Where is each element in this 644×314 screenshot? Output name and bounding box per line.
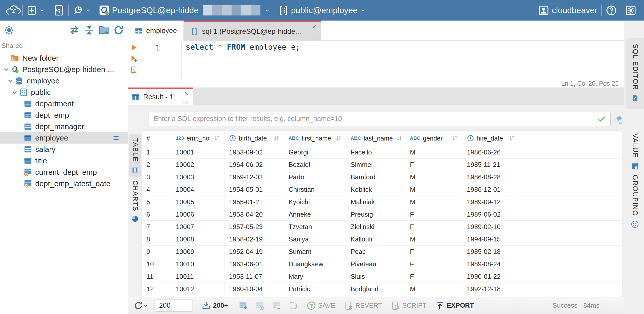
tab-menu-dots-icon[interactable]: … bbox=[182, 98, 189, 104]
duplicate-row-icon[interactable] bbox=[255, 301, 264, 310]
settings-button[interactable] bbox=[621, 0, 640, 21]
data-cell[interactable]: 1953-09-02 bbox=[224, 146, 284, 158]
chevron-down-icon[interactable] bbox=[10, 89, 19, 96]
data-cell[interactable]: 10008 bbox=[171, 233, 224, 245]
tree-item-dept_emp[interactable]: dept_emp bbox=[0, 109, 128, 121]
data-cell[interactable]: Maliniak bbox=[346, 196, 405, 208]
data-cell[interactable]: 1985-02-18 bbox=[462, 246, 519, 258]
navigator-settings-gear-icon[interactable] bbox=[4, 25, 15, 36]
column-header-first_name[interactable]: ABCfirst_name bbox=[284, 131, 346, 146]
row-number-cell[interactable]: 8 bbox=[142, 233, 171, 245]
column-header-emp_no[interactable]: 123emp_no bbox=[171, 131, 224, 146]
sync-connection-icon[interactable] bbox=[69, 25, 80, 36]
data-cell[interactable]: Preusig bbox=[346, 208, 405, 220]
data-cell[interactable]: F bbox=[405, 208, 462, 220]
presentation-tab-table[interactable]: TABLE bbox=[129, 134, 141, 177]
data-cell[interactable]: 10011 bbox=[171, 270, 224, 283]
data-cell[interactable]: 1964-06-02 bbox=[224, 159, 284, 171]
data-cell[interactable]: Chirstian bbox=[284, 183, 346, 196]
tree-item-dept_emp_latest_date[interactable]: dept_emp_latest_date bbox=[0, 178, 128, 189]
user-menu[interactable]: cloudbeaver bbox=[534, 0, 601, 21]
filter-input[interactable] bbox=[148, 112, 592, 126]
data-cell[interactable]: 1986-08-28 bbox=[462, 171, 519, 183]
data-cell[interactable]: 1994-09-15 bbox=[462, 233, 519, 245]
data-cell[interactable]: 10004 bbox=[171, 183, 224, 196]
row-limit-input[interactable] bbox=[155, 300, 193, 311]
chevron-down-icon[interactable] bbox=[143, 303, 148, 308]
clear-filter-eraser-icon[interactable] bbox=[613, 114, 623, 125]
data-cell[interactable]: Tzvetan bbox=[284, 221, 346, 233]
data-cell[interactable]: Simmel bbox=[346, 159, 405, 171]
tab-menu-dots-icon[interactable]: … bbox=[310, 33, 316, 40]
data-cell[interactable]: 1989-02-10 bbox=[462, 221, 519, 233]
tree-item-title[interactable]: title bbox=[0, 155, 128, 166]
row-number-cell[interactable]: 5 bbox=[142, 196, 171, 208]
data-cell[interactable]: 1989-06-02 bbox=[462, 208, 519, 220]
data-cell[interactable]: Zielinski bbox=[346, 221, 405, 233]
data-cell[interactable]: Mary bbox=[284, 270, 346, 283]
add-row-icon[interactable] bbox=[238, 301, 248, 310]
data-cell[interactable]: 1992-12-18 bbox=[462, 283, 519, 295]
data-cell[interactable]: F bbox=[405, 246, 462, 258]
tools-menu-button[interactable] bbox=[69, 0, 95, 21]
tree-item-department[interactable]: department bbox=[0, 98, 128, 109]
data-cell[interactable]: 10001 bbox=[171, 146, 224, 158]
data-cell[interactable]: 10006 bbox=[171, 208, 224, 220]
data-cell[interactable]: M bbox=[405, 283, 462, 295]
save-button[interactable]: SAVE bbox=[307, 301, 335, 310]
result-tab[interactable]: Result - 1 × … bbox=[128, 88, 193, 105]
new-connection-button[interactable] bbox=[23, 0, 49, 21]
data-cell[interactable]: M bbox=[405, 183, 462, 196]
execute-query-icon[interactable] bbox=[130, 44, 138, 51]
sql-editor-side-tab[interactable]: SQL EDITOR bbox=[626, 38, 644, 109]
tree-item-salary[interactable]: salary bbox=[0, 144, 128, 155]
data-cell[interactable]: Duangkaew bbox=[284, 258, 346, 270]
cloudbeaver-logo-icon[interactable] bbox=[4, 3, 22, 18]
data-cell[interactable]: 1990-01-22 bbox=[462, 270, 519, 283]
tree-item-employee[interactable]: employee bbox=[0, 132, 128, 144]
row-number-cell[interactable]: 6 bbox=[142, 208, 171, 220]
refresh-result-icon[interactable] bbox=[134, 301, 143, 310]
apply-changes-icon[interactable] bbox=[288, 301, 298, 310]
row-number-cell[interactable]: 11 bbox=[142, 270, 171, 283]
tree-item-New folder[interactable]: New folder bbox=[0, 52, 128, 64]
close-icon[interactable]: × bbox=[312, 23, 316, 31]
data-cell[interactable]: 1958-02-19 bbox=[224, 233, 284, 245]
row-number-cell[interactable]: 1 bbox=[142, 146, 171, 158]
tree-item-public[interactable]: public bbox=[0, 86, 128, 98]
data-cell[interactable]: 1953-11-07 bbox=[224, 270, 284, 283]
data-cell[interactable]: M bbox=[405, 146, 462, 158]
data-cell[interactable]: 1960-10-04 bbox=[224, 283, 284, 295]
schema-selector[interactable]: public@employee bbox=[274, 0, 370, 21]
column-header-birth_date[interactable]: birth_date bbox=[224, 131, 284, 146]
row-number-cell[interactable]: 4 bbox=[142, 183, 171, 196]
script-button[interactable]: SCRIPT bbox=[391, 301, 426, 310]
column-header-hire_date[interactable]: hire_date bbox=[462, 131, 519, 146]
editor-tab-sql-1 (PostgreSQL@ep-hidde...[interactable]: sql-1 (PostgreSQL@ep-hidde...×… bbox=[184, 21, 321, 41]
connection-selector[interactable]: PostgreSQL@ep-hidde bbox=[95, 0, 274, 21]
column-header-rownum[interactable]: # bbox=[142, 131, 171, 146]
data-cell[interactable]: 1986-12-01 bbox=[462, 183, 519, 196]
data-cell[interactable]: Parto bbox=[284, 171, 346, 183]
data-cell[interactable]: M bbox=[405, 233, 462, 245]
export-button[interactable]: EXPORT bbox=[435, 301, 474, 310]
data-cell[interactable]: Sumant bbox=[284, 246, 346, 258]
data-cell[interactable]: Saniya bbox=[284, 233, 346, 245]
execute-script-icon[interactable] bbox=[130, 66, 138, 74]
data-cell[interactable]: M bbox=[405, 196, 462, 208]
apply-filter-button[interactable] bbox=[592, 112, 610, 126]
column-header-gender[interactable]: ABCgender bbox=[405, 131, 462, 146]
tree-item-PostgreSQL@ep-hidden-...[interactable]: PostgreSQL@ep-hidden-... bbox=[0, 64, 128, 75]
data-cell[interactable]: Facello bbox=[346, 146, 405, 158]
refresh-tree-icon[interactable] bbox=[113, 25, 124, 36]
data-cell[interactable]: 10012 bbox=[171, 283, 224, 295]
data-cell[interactable]: Koblick bbox=[346, 183, 405, 196]
data-cell[interactable]: Piveteau bbox=[346, 258, 405, 270]
column-header-last_name[interactable]: ABClast_name bbox=[346, 131, 405, 146]
chevron-down-icon[interactable] bbox=[6, 77, 15, 85]
data-cell[interactable]: 1989-08-24 bbox=[462, 258, 519, 270]
row-number-cell[interactable]: 9 bbox=[142, 246, 171, 258]
data-cell[interactable]: Bridgland bbox=[346, 283, 405, 295]
data-cell[interactable]: F bbox=[405, 258, 462, 270]
data-cell[interactable]: Sluis bbox=[346, 270, 405, 283]
